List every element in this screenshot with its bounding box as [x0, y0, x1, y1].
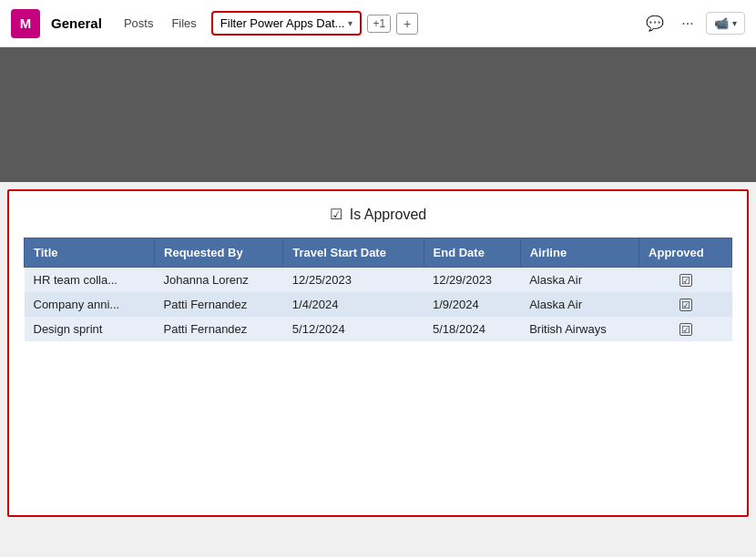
cell-airline: British Airways — [520, 317, 639, 341]
table-row: HR team colla... Johanna Lorenz 12/25/20… — [25, 268, 732, 293]
nav-link-files[interactable]: Files — [164, 13, 203, 34]
nav-link-posts[interactable]: Posts — [117, 13, 161, 34]
video-icon: 📹 — [714, 16, 729, 30]
add-tab-button[interactable]: + — [396, 13, 418, 35]
main-content-panel: ☑ Is Approved Title Requested By Travel … — [7, 189, 749, 517]
chevron-down-icon: ▾ — [348, 18, 352, 28]
data-table: Title Requested By Travel Start Date End… — [24, 238, 732, 341]
cell-title: Company anni... — [25, 292, 155, 317]
cell-title: Design sprint — [25, 317, 155, 341]
cell-airline: Alaska Air — [520, 292, 639, 317]
cell-travel-start: 5/12/2024 — [283, 317, 424, 341]
approval-header: ☑ Is Approved — [24, 206, 732, 223]
cell-approved: ☑ — [639, 317, 732, 341]
col-header-approved: Approved — [639, 238, 732, 268]
active-tab[interactable]: Filter Power Apps Dat... ▾ — [211, 11, 363, 35]
table-row: Design sprint Patti Fernandez 5/12/2024 … — [25, 317, 732, 341]
cell-end-date: 1/9/2024 — [424, 292, 520, 317]
cell-requested-by: Patti Fernandez — [155, 292, 283, 317]
video-chevron-icon: ▾ — [732, 18, 737, 28]
more-icon: ··· — [681, 15, 693, 32]
cell-requested-by: Johanna Lorenz — [155, 268, 283, 293]
more-options-button[interactable]: ··· — [673, 9, 702, 38]
table-row: Company anni... Patti Fernandez 1/4/2024… — [25, 292, 732, 317]
col-header-requested-by: Requested By — [155, 238, 283, 268]
video-button[interactable]: 📹 ▾ — [706, 12, 745, 35]
cell-approved: ☑ — [639, 268, 732, 293]
cell-requested-by: Patti Fernandez — [155, 317, 283, 341]
col-header-end-date: End Date — [424, 238, 520, 268]
cell-airline: Alaska Air — [520, 268, 639, 293]
table-header-row: Title Requested By Travel Start Date End… — [25, 238, 732, 268]
chat-icon: 💬 — [646, 15, 664, 32]
nav-title: General — [51, 15, 102, 31]
col-header-airline: Airline — [520, 238, 639, 268]
cell-approved: ☑ — [639, 292, 732, 317]
chat-icon-button[interactable]: 💬 — [640, 9, 669, 38]
approved-checkbox-icon: ☑ — [679, 274, 692, 287]
cell-title: HR team colla... — [25, 268, 155, 293]
approval-checkbox-icon: ☑ — [330, 206, 342, 223]
approved-checkbox-icon: ☑ — [679, 299, 692, 311]
col-header-travel-start: Travel Start Date — [283, 238, 424, 268]
cell-travel-start: 1/4/2024 — [283, 292, 424, 317]
cell-end-date: 5/18/2024 — [424, 317, 520, 341]
active-tab-label: Filter Power Apps Dat... — [220, 16, 345, 30]
add-icon: + — [404, 16, 411, 31]
plus-badge[interactable]: +1 — [367, 15, 391, 33]
avatar: M — [11, 9, 40, 38]
approved-checkbox-icon: ☑ — [679, 323, 692, 336]
cell-travel-start: 12/25/2023 — [283, 268, 424, 293]
nav-bar: M General Posts Files Filter Power Apps … — [0, 0, 756, 47]
col-header-title: Title — [25, 238, 155, 268]
hero-area — [0, 47, 756, 182]
approval-label: Is Approved — [350, 207, 427, 223]
cell-end-date: 12/29/2023 — [424, 268, 520, 293]
